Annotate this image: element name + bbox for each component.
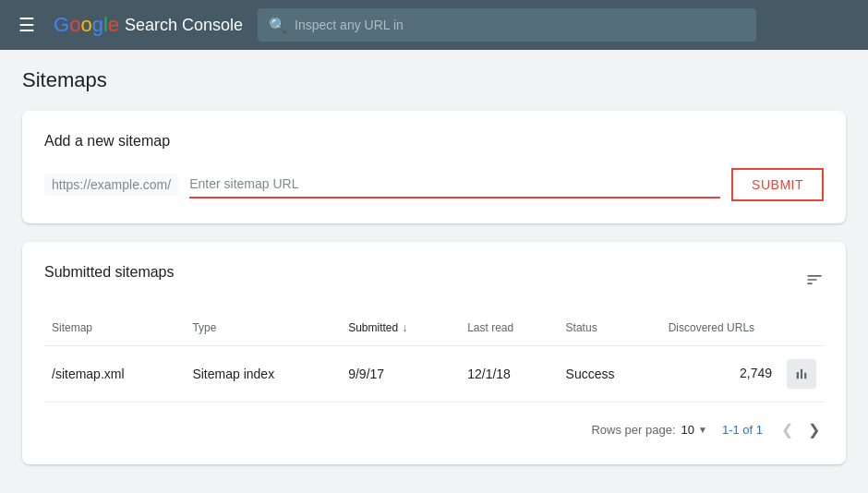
col-status: Status xyxy=(559,314,661,346)
cell-discovered-urls: 2,749 xyxy=(661,346,824,403)
cell-status: Success xyxy=(559,346,661,403)
add-sitemap-card-title: Add a new sitemap xyxy=(44,133,824,150)
table-row: /sitemap.xml Sitemap index 9/9/17 12/1/1… xyxy=(44,346,824,403)
sitemap-url-input-wrapper xyxy=(189,171,720,198)
col-discovered-urls: Discovered URLs xyxy=(661,314,824,346)
rows-per-page-select[interactable]: 10 ▼ xyxy=(681,423,707,437)
header-logo: Google Search Console xyxy=(54,13,243,37)
cell-last-read: 12/1/18 xyxy=(460,346,558,403)
cell-type: Sitemap index xyxy=(185,346,341,403)
prev-page-button[interactable]: ❮ xyxy=(778,417,797,442)
col-last-read: Last read xyxy=(460,314,558,346)
header: ☰ Google Search Console 🔍 xyxy=(0,0,868,50)
cell-sitemap[interactable]: /sitemap.xml xyxy=(44,346,185,403)
header-search[interactable]: 🔍 xyxy=(258,8,756,42)
search-input[interactable] xyxy=(295,18,745,32)
bar-chart-icon[interactable] xyxy=(787,359,816,389)
submitted-sitemaps-title: Submitted sitemaps xyxy=(44,264,175,281)
menu-icon[interactable]: ☰ xyxy=(15,10,39,40)
pagination-row: Rows per page: 10 ▼ 1-1 of 1 ❮ ❯ xyxy=(44,417,824,442)
submitted-sitemaps-card: Submitted sitemaps Sitemap Type Submitte… xyxy=(22,242,846,464)
rows-per-page-label: Rows per page: xyxy=(591,423,675,437)
sitemap-table: Sitemap Type Submitted ↓ Last read Statu… xyxy=(44,314,824,403)
next-page-button[interactable]: ❯ xyxy=(804,417,824,442)
pagination-nav: ❮ ❯ xyxy=(778,417,824,442)
sitemap-input-row: https://example.com/ SUBMIT xyxy=(44,168,824,201)
sitemap-url-input[interactable] xyxy=(189,171,720,198)
filter-icon[interactable] xyxy=(805,271,824,294)
rows-per-page: Rows per page: 10 ▼ xyxy=(591,423,706,437)
page-title: Sitemaps xyxy=(22,68,846,92)
card-header-row: Submitted sitemaps xyxy=(44,264,824,299)
sort-icon: ↓ xyxy=(402,321,407,334)
page-info: 1-1 of 1 xyxy=(722,423,763,437)
sitemap-base-url: https://example.com/ xyxy=(44,174,178,196)
add-sitemap-card: Add a new sitemap https://example.com/ S… xyxy=(22,111,846,223)
chevron-down-icon: ▼ xyxy=(698,425,707,435)
col-submitted[interactable]: Submitted ↓ xyxy=(341,314,460,346)
table-header-row: Sitemap Type Submitted ↓ Last read Statu… xyxy=(44,314,824,346)
rows-per-page-value: 10 xyxy=(681,423,694,437)
logo-sc: Search Console xyxy=(125,16,243,35)
cell-submitted: 9/9/17 xyxy=(341,346,460,403)
page-content: Sitemaps Add a new sitemap https://examp… xyxy=(0,50,868,493)
submit-button[interactable]: SUBMIT xyxy=(731,168,824,201)
col-type: Type xyxy=(185,314,341,346)
logo-google: Google xyxy=(54,13,119,37)
col-sitemap: Sitemap xyxy=(44,314,185,346)
search-icon: 🔍 xyxy=(269,17,287,34)
